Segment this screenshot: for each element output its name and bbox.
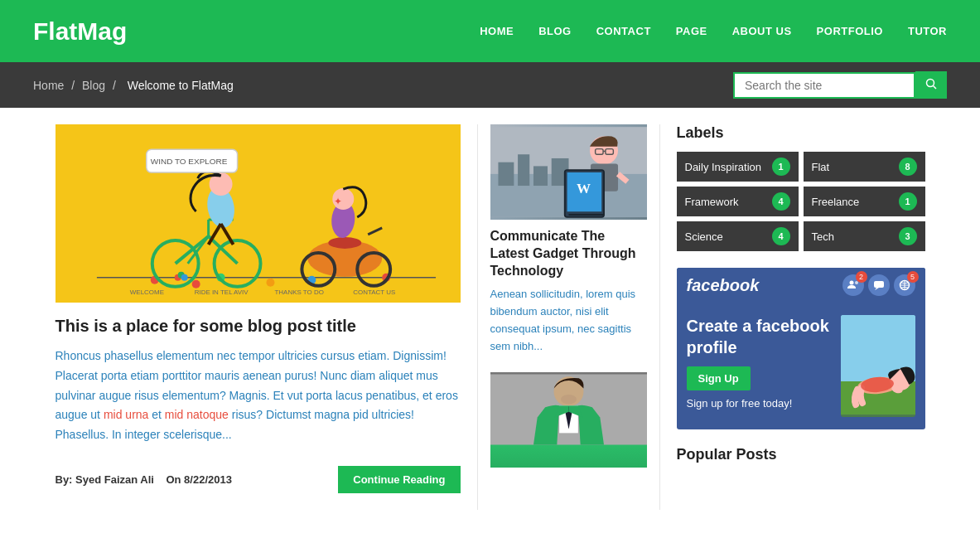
label-science[interactable]: Science 4 — [677, 221, 799, 251]
author-label: By: — [56, 473, 73, 486]
facebook-logo: facebook — [687, 276, 760, 295]
mid-post-1-image: W — [490, 124, 647, 220]
label-name-framework: Framework — [685, 196, 739, 208]
fb-header: facebook 2 — [677, 268, 925, 303]
nav-blog[interactable]: BLOG — [538, 25, 572, 37]
label-flat[interactable]: Flat 8 — [804, 152, 925, 182]
breadcrumb-current: Welcome to FlatMag — [128, 79, 234, 92]
popular-posts-title: Popular Posts — [677, 446, 925, 463]
post-date: 8/22/2013 — [184, 473, 232, 486]
svg-point-36 — [181, 274, 187, 281]
mid-post-2-image — [490, 372, 647, 468]
labels-title: Labels — [677, 124, 925, 142]
search-area — [733, 71, 947, 99]
svg-point-32 — [191, 280, 200, 288]
label-count-science: 4 — [772, 227, 790, 245]
site-header: FlatMag HOME BLOG CONTACT PAGE ABOUT US … — [0, 0, 980, 62]
label-name-science: Science — [685, 230, 723, 243]
site-logo[interactable]: FlatMag — [33, 17, 480, 46]
nav-contact[interactable]: CONTACT — [596, 25, 651, 37]
fb-friends-badge: 2 — [856, 271, 867, 283]
label-freelance[interactable]: Freelance 1 — [804, 187, 925, 216]
fb-friends-icon[interactable]: 2 — [842, 274, 864, 296]
label-name-flat: Flat — [812, 161, 830, 173]
main-post-body: Rhoncus phasellus elementum nec tempor u… — [56, 347, 461, 445]
breadcrumb: Home / Blog / Welcome to FlatMag — [33, 79, 733, 92]
svg-point-33 — [266, 279, 274, 287]
mid-post-1: W Communicate The Latest Gadget Through … — [490, 124, 647, 356]
mid-urna-link[interactable]: mid urna — [104, 408, 148, 421]
breadcrumb-home[interactable]: Home — [33, 79, 64, 92]
nav-tutor[interactable]: TUTOR — [908, 25, 947, 37]
svg-point-23 — [328, 237, 361, 249]
svg-rect-40 — [518, 154, 529, 186]
post-meta: By: Syed Faizan Ali On 8/22/2013 — [56, 473, 232, 486]
label-tech[interactable]: Tech 3 — [804, 221, 925, 251]
svg-text:WELCOME: WELCOME — [129, 288, 163, 296]
svg-line-26 — [368, 228, 382, 235]
fb-signup-button[interactable]: Sign Up — [687, 366, 751, 390]
nav-home[interactable]: HOME — [480, 25, 514, 37]
fb-content: Create a facebook profile Sign Up Sign u… — [677, 303, 925, 429]
nav-portfolio[interactable]: PORTFOLIO — [817, 25, 883, 37]
breadcrumb-blog[interactable]: Blog — [82, 79, 105, 92]
label-count-tech: 3 — [899, 227, 917, 245]
main-post-image: WIND TO EXPLORE — [56, 124, 461, 303]
search-input[interactable] — [733, 72, 915, 99]
label-count-flat: 8 — [899, 158, 917, 176]
mid-post-1-excerpt: Aenean sollicitudin, lorem quis bibendum… — [490, 286, 647, 355]
main-post-title: This is a place for some blog post title — [56, 315, 461, 337]
label-name-freelance: Freelance — [812, 196, 860, 208]
green-suit-img — [490, 372, 647, 468]
nav-page[interactable]: PAGE — [676, 25, 707, 37]
post-footer: By: Syed Faizan Ali On 8/22/2013 Continu… — [56, 458, 461, 493]
svg-text:WIND TO EXPLORE: WIND TO EXPLORE — [150, 157, 227, 166]
label-count-daily: 1 — [772, 158, 790, 176]
fb-icons: 2 — [842, 274, 915, 296]
svg-point-56 — [561, 395, 577, 404]
author-name: Syed Faizan Ali — [75, 473, 154, 486]
search-icon — [925, 78, 937, 90]
svg-line-1 — [934, 86, 937, 90]
breadcrumb-bar: Home / Blog / Welcome to FlatMag — [0, 62, 980, 108]
fb-globe-icon[interactable]: 5 — [894, 274, 915, 296]
breadcrumb-sep2: / — [113, 79, 119, 92]
label-daily-inspiration[interactable]: Daily Inspiration 1 — [677, 152, 799, 182]
svg-point-0 — [927, 80, 934, 87]
label-name-tech: Tech — [812, 230, 834, 243]
mid-post-2 — [490, 372, 647, 468]
search-button[interactable] — [915, 71, 947, 99]
mid-natoque-link[interactable]: mid natoque — [165, 408, 229, 421]
page-content: WIND TO EXPLORE — [0, 108, 980, 543]
fb-create-title: Create a facebook profile — [687, 315, 833, 358]
svg-text:THANKS TO DO: THANKS TO DO — [274, 288, 323, 296]
fb-chat-icon[interactable] — [868, 274, 890, 296]
right-sidebar: Labels Daily Inspiration 1 Flat 8 Framew… — [660, 124, 942, 510]
svg-text:RIDE IN TEL AVIV: RIDE IN TEL AVIV — [194, 288, 249, 296]
svg-text:W: W — [576, 181, 590, 196]
mid-post-1-title[interactable]: Communicate The Latest Gadget Through Te… — [490, 228, 647, 279]
tablet-person-img: W — [490, 124, 647, 220]
svg-point-59 — [849, 281, 853, 285]
svg-rect-39 — [498, 162, 514, 186]
fb-free-text: Sign up for free today! — [687, 397, 833, 410]
svg-text:CONTACT US: CONTACT US — [353, 288, 395, 296]
middle-column: W Communicate The Latest Gadget Through … — [478, 124, 660, 510]
chat-icon — [873, 280, 885, 290]
date-label: On — [166, 473, 181, 486]
fb-globe-badge: 5 — [907, 271, 919, 283]
facebook-widget: facebook 2 — [677, 268, 925, 429]
left-column: WIND TO EXPLORE — [39, 124, 478, 510]
fb-text: Create a facebook profile Sign Up Sign u… — [687, 315, 833, 417]
label-framework[interactable]: Framework 4 — [677, 187, 799, 216]
continue-reading-button[interactable]: Continue Reading — [338, 466, 460, 493]
nav-about[interactable]: ABOUT US — [732, 25, 792, 37]
svg-marker-62 — [875, 288, 879, 290]
main-layout: WIND TO EXPLORE — [39, 108, 942, 526]
breadcrumb-sep1: / — [71, 79, 78, 92]
svg-rect-41 — [533, 166, 547, 186]
label-count-framework: 4 — [772, 192, 790, 211]
svg-rect-61 — [874, 281, 884, 288]
post-body-text: Rhoncus phasellus elementum nec tempor u… — [56, 349, 458, 441]
label-name-daily: Daily Inspiration — [685, 161, 762, 173]
